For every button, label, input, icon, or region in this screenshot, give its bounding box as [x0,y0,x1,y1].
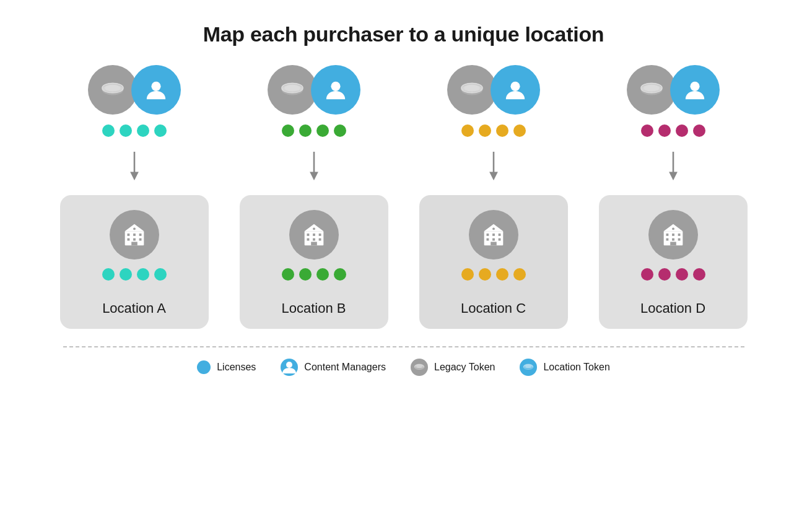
card-dot-c-0 [461,268,474,281]
legend-icon-content-managers [281,359,298,376]
card-dot-c-3 [513,268,526,281]
svg-point-4 [105,85,120,92]
card-dot-d-0 [641,268,653,281]
svg-point-5 [151,82,160,91]
person-icon-d [670,65,720,115]
svg-point-21 [284,85,300,92]
dot-d-2 [676,124,688,137]
arrow-c [486,148,501,185]
person-icon-a [131,65,181,115]
svg-marker-58 [669,172,678,181]
person-icon-b [311,65,360,115]
card-dot-b-3 [334,268,346,281]
dot-d-3 [693,124,705,137]
svg-rect-28 [318,233,321,236]
card-dot-b-0 [282,268,294,281]
token-icon-c [447,65,497,115]
card-dot-d-2 [676,268,688,281]
svg-rect-49 [491,242,497,246]
card-dot-d-1 [658,268,671,281]
column-a: Location A [54,65,215,329]
arrow-a [127,148,142,185]
arrow-d [666,148,681,185]
svg-point-38 [464,85,479,92]
dots-row-d [641,124,705,137]
building-icon-b [289,210,339,259]
column-d: Location D [593,65,754,329]
legend-item-location-token: Location Token [520,359,609,376]
dot-c-2 [496,124,508,137]
columns-row: Location A [0,65,807,329]
dot-a-2 [137,124,149,137]
icon-pair-a [88,65,181,115]
card-dot-d-3 [693,268,705,281]
dot-c-1 [479,124,491,137]
dot-c-0 [461,124,474,137]
main-content: Location A [0,65,807,532]
legend-icon-licenses [197,360,211,374]
svg-point-50 [492,228,495,230]
column-c: Location C [413,65,574,329]
column-b: Location B [233,65,395,329]
token-icon-a [88,65,137,115]
svg-rect-48 [498,238,500,241]
building-icon-c [469,210,518,259]
dots-row-a [102,124,167,137]
svg-rect-47 [492,238,495,241]
legend-item-content-managers: Content Managers [281,359,386,376]
svg-rect-13 [133,238,136,241]
legend-icon-legacy-token [411,359,428,376]
svg-rect-31 [318,238,321,241]
svg-rect-30 [313,238,315,241]
location-card-c: Location C [419,195,568,329]
legend-label-licenses: Licenses [217,362,256,373]
card-dot-b-1 [299,268,312,281]
location-card-b: Location B [240,195,388,329]
svg-rect-9 [127,233,129,236]
svg-point-68 [286,362,292,368]
svg-point-56 [690,82,699,91]
card-dots-a [102,268,167,281]
legend-item-legacy-token: Legacy Token [411,359,495,376]
svg-rect-66 [670,242,676,246]
svg-point-33 [313,228,315,230]
dot-b-0 [282,124,294,137]
legend-label-legacy-token: Legacy Token [434,362,495,373]
location-card-d: Location D [599,195,748,329]
svg-rect-32 [311,242,317,246]
card-dot-c-1 [479,268,491,281]
card-dot-a-2 [137,268,149,281]
svg-rect-64 [672,238,674,241]
icon-pair-c [447,65,540,115]
svg-rect-46 [486,238,489,241]
dot-b-2 [316,124,329,137]
dots-row-b [282,124,346,137]
svg-rect-61 [672,233,674,236]
legend-row: Licenses Content Managers Legacy Token [147,359,660,376]
svg-point-67 [672,228,674,230]
svg-rect-26 [307,233,309,236]
divider [63,346,744,347]
svg-rect-43 [486,233,489,236]
svg-rect-11 [139,233,141,236]
building-icon-d [648,210,698,259]
icon-pair-b [268,65,360,115]
card-dot-a-1 [120,268,132,281]
svg-point-71 [416,365,422,368]
icon-pair-d [627,65,720,115]
location-card-a: Location A [60,195,209,329]
svg-point-16 [133,228,136,230]
dot-b-1 [299,124,312,137]
svg-marker-41 [489,172,498,181]
token-icon-b [268,65,317,115]
building-icon-a [110,210,159,259]
dot-c-3 [513,124,526,137]
svg-rect-45 [498,233,500,236]
person-icon-c [491,65,540,115]
card-dot-a-0 [102,268,115,281]
card-dots-b [282,268,346,281]
card-dot-b-2 [316,268,329,281]
card-dot-c-2 [496,268,508,281]
svg-point-39 [510,82,520,91]
svg-rect-15 [131,242,137,246]
